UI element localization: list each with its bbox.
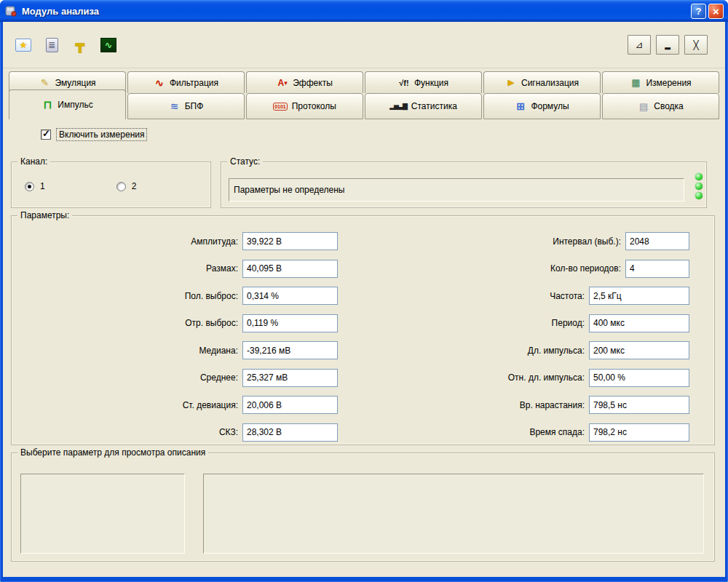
tab-icon <box>154 77 165 89</box>
toolbar-icon <box>76 36 84 53</box>
tab[interactable]: Сигнализация <box>483 71 601 93</box>
panel-control-button[interactable] <box>628 35 651 55</box>
parameter-value-field[interactable]: 400 мкс <box>589 314 689 332</box>
toolbar-button[interactable] <box>68 35 92 55</box>
parameter-value-field[interactable]: 50,00 % <box>589 369 689 387</box>
tab[interactable]: Сводка <box>602 93 719 119</box>
parameter-value-field[interactable]: 0,119 % <box>242 314 338 332</box>
tab-label: Сигнализация <box>521 78 579 88</box>
toolbar-button[interactable] <box>97 35 120 55</box>
channel-radio-label: 1 <box>40 181 45 191</box>
tab-label: Формулы <box>531 101 569 111</box>
window-title: Модуль анализа <box>22 6 691 17</box>
panel-control-icon <box>636 40 644 49</box>
status-group: Статус: Параметры не определены <box>221 162 707 208</box>
tab[interactable]: Функция <box>365 71 482 93</box>
parameter-value-field[interactable]: 20,006 В <box>242 396 338 414</box>
parameter-value-field[interactable]: 798,2 нс <box>589 423 689 442</box>
parameter-row: Период: 400 мкс <box>354 310 689 338</box>
parameter-value-field[interactable]: 4 <box>625 260 689 278</box>
parameter-value-field[interactable]: 39,922 В <box>242 232 338 250</box>
parameter-label: Время спада: <box>529 427 585 437</box>
toolbar-button[interactable] <box>40 35 63 55</box>
channel-group: Канал: 1 2 <box>11 162 211 208</box>
help-button[interactable]: ? <box>691 4 706 19</box>
description-list-panel[interactable] <box>20 474 185 554</box>
tab-icon <box>638 100 649 112</box>
toolbar-left-group <box>12 35 120 55</box>
parameter-label: Дл. импульса: <box>528 346 585 356</box>
parameter-value-field[interactable]: 0,314 % <box>242 287 338 305</box>
tab-icon <box>39 77 50 89</box>
enable-measurements-label[interactable]: Включить измерения <box>56 128 147 141</box>
status-led-icon <box>695 192 703 199</box>
parameter-row: Интервал (выб.): 2048 <box>354 228 689 255</box>
tab-icon <box>277 77 288 89</box>
parameters-right-column: Интервал (выб.): 2048 Кол-во периодов: 4… <box>354 228 689 446</box>
tab-label: Протоколы <box>292 101 336 111</box>
tab-icon <box>515 100 526 112</box>
tab-icon <box>505 77 517 89</box>
tab[interactable]: Импульс <box>9 89 126 119</box>
tab[interactable]: Статистика <box>365 93 482 119</box>
title-bar[interactable]: Модуль анализа ? × <box>0 0 728 22</box>
parameter-value-field[interactable]: 25,327 мВ <box>242 369 338 387</box>
toolbar-icon <box>100 38 116 52</box>
parameter-label: Среднее: <box>200 372 238 383</box>
description-group: Выберите параметр для просмотра описания <box>11 453 715 562</box>
description-group-title: Выберите параметр для просмотра описания <box>17 447 208 458</box>
toolbar-button[interactable] <box>12 35 35 55</box>
tab-label: Эффекты <box>293 78 333 88</box>
parameter-value-field[interactable]: -39,216 мВ <box>242 341 338 359</box>
enable-measurements-row: Включить измерения <box>41 128 147 141</box>
parameter-row: СКЗ: 28,302 В <box>17 419 338 447</box>
parameter-label: Размах: <box>206 263 238 274</box>
channel-radio[interactable]: 2 <box>116 181 137 191</box>
parameter-value-field[interactable]: 798,5 нс <box>589 396 689 414</box>
tab[interactable]: Формулы <box>483 93 601 119</box>
tab[interactable]: Эффекты <box>246 71 363 93</box>
tab[interactable]: Протоколы <box>246 93 363 119</box>
parameter-label: Отн. дл. импульса: <box>508 372 585 383</box>
parameter-value-field[interactable]: 28,302 В <box>242 423 338 442</box>
parameter-row: Отн. дл. импульса: 50,00 % <box>354 364 689 392</box>
parameters-group-title: Параметры: <box>17 210 72 220</box>
parameter-row: Среднее: 25,327 мВ <box>17 364 338 392</box>
parameter-label: Частота: <box>550 291 585 301</box>
enable-measurements-checkbox[interactable] <box>41 129 51 140</box>
status-led-icon <box>695 173 703 180</box>
parameters-left-column: Амплитуда: 39,922 В Размах: 40,095 В Пол… <box>17 228 338 446</box>
panel-control-icon <box>693 40 698 49</box>
tab[interactable]: Фильтрация <box>127 71 245 93</box>
tab-icon <box>41 99 53 111</box>
parameter-label: Период: <box>552 318 585 328</box>
tab-icon <box>169 100 181 112</box>
tab-label: Измерения <box>646 78 691 88</box>
radio-icon <box>116 182 126 191</box>
radio-icon <box>25 182 34 191</box>
tab[interactable]: Измерения <box>602 71 719 93</box>
panel-control-button[interactable] <box>684 35 708 55</box>
parameter-row: Ст. девиация: 20,006 В <box>17 391 338 419</box>
parameters-group: Параметры: Амплитуда: 39,922 В Размах: 4… <box>11 215 715 445</box>
tab[interactable]: БПФ <box>127 93 245 119</box>
parameter-label: Отр. выброс: <box>185 318 238 328</box>
status-led-stack <box>695 173 703 199</box>
client-area: Эмуляция Фильтрация Эффекты Функция <box>3 22 725 577</box>
parameter-row: Кол-во периодов: 4 <box>354 255 689 283</box>
toolbar-right-group <box>628 35 708 55</box>
parameter-value-field[interactable]: 2048 <box>625 232 689 250</box>
tab-row-front: Импульс БПФ Протоколы Статистика <box>9 93 719 119</box>
parameter-label: Кол-во периодов: <box>550 263 621 274</box>
close-button[interactable]: × <box>708 4 724 19</box>
parameter-value-field[interactable]: 2,5 кГц <box>589 287 689 305</box>
channel-options: 1 2 <box>12 162 210 191</box>
parameter-label: СКЗ: <box>219 427 238 437</box>
tab-label: Эмуляция <box>55 78 95 88</box>
parameter-value-field[interactable]: 200 мкс <box>589 341 689 359</box>
parameter-row: Амплитуда: 39,922 В <box>17 228 338 255</box>
parameter-value-field[interactable]: 40,095 В <box>242 260 338 278</box>
panel-control-button[interactable] <box>656 35 679 55</box>
channel-radio[interactable]: 1 <box>25 181 45 191</box>
tab-label: Функция <box>414 78 448 88</box>
